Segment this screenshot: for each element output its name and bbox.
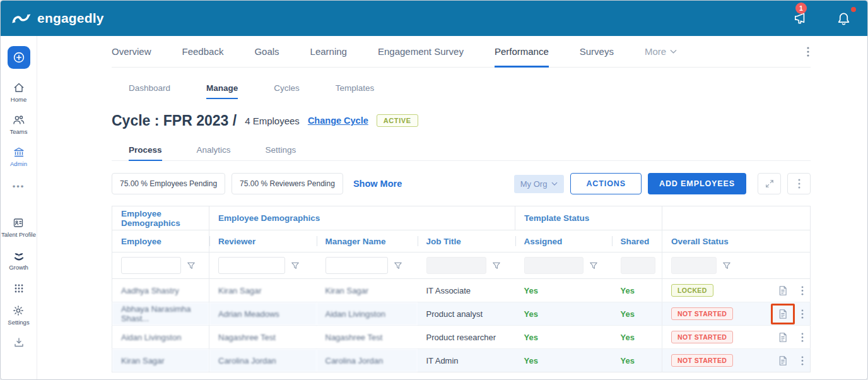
reviewer-name: Kiran Sagar	[209, 279, 317, 302]
job-title-filter-input	[426, 257, 487, 274]
col-employee[interactable]: Employee	[112, 230, 209, 252]
actions-button[interactable]: ACTIONS	[570, 173, 642, 194]
tab-learning[interactable]: Learning	[310, 36, 347, 68]
shared-value: Yes	[612, 326, 662, 349]
sidebar-item-settings[interactable]: Settings	[8, 304, 29, 326]
change-cycle-link[interactable]: Change Cycle	[308, 116, 368, 126]
group-header-row: Employee Demographics Employee Demograph…	[112, 206, 811, 230]
table-row[interactable]: Abhaya Narasimha Shast... Adrian Meadows…	[112, 302, 811, 326]
reviewer-filter-input[interactable]	[218, 257, 285, 274]
plus-circle-icon	[13, 51, 25, 64]
download-tray-icon	[13, 336, 25, 349]
tab-goals[interactable]: Goals	[254, 36, 279, 68]
shared-value: Yes	[612, 349, 662, 372]
expand-table-button[interactable]	[758, 173, 781, 194]
sidebar-more-dots[interactable]: •••	[13, 182, 25, 191]
col-shared[interactable]: Shared	[612, 230, 662, 252]
sidebar-download[interactable]	[13, 336, 25, 349]
tab-analytics[interactable]: Analytics	[197, 140, 231, 161]
primary-navigation: Overview Feedback Goals Learning Engagem…	[112, 36, 811, 68]
home-icon	[13, 81, 25, 94]
manager-name: Nagashree Test	[317, 326, 418, 349]
table-row[interactable]: Kiran Sagar Carolina Jordan Carolina Jor…	[112, 349, 811, 372]
sidebar-item-talent-profile[interactable]: Talent Profile	[1, 217, 36, 239]
bell-icon	[836, 11, 851, 26]
filter-icon[interactable]	[291, 261, 300, 270]
employee-filter-input[interactable]	[121, 257, 181, 274]
view-form-button[interactable]	[771, 280, 795, 301]
sidebar-apps-grid[interactable]	[13, 283, 25, 294]
filter-icon[interactable]	[394, 261, 402, 270]
filter-icon[interactable]	[722, 261, 731, 270]
group-blank	[662, 206, 811, 230]
table-row[interactable]: Aidan Livingston Nagashree Test Nagashre…	[112, 326, 811, 349]
table-toolbar: 75.00 % Employees Pending 75.00 % Review…	[112, 172, 811, 195]
table-row[interactable]: Aadhya Shastry Kiran Sagar Kiran Sagar I…	[112, 279, 811, 302]
org-filter-dropdown[interactable]: My Org	[514, 175, 565, 193]
cycle-tabs: Process Analytics Settings	[112, 140, 811, 161]
table-kebab-menu[interactable]	[787, 173, 811, 194]
tab-engagement-survey[interactable]: Engagement Survey	[378, 36, 464, 68]
growth-plant-hand-icon	[12, 249, 26, 262]
sidebar-item-home[interactable]: Home	[11, 81, 26, 104]
announcements-button[interactable]: 1	[792, 9, 809, 27]
chevron-down-icon	[670, 49, 677, 54]
announcement-count-badge: 1	[795, 3, 807, 14]
subtab-manage[interactable]: Manage	[206, 78, 238, 99]
status-badge: LOCKED	[671, 284, 713, 297]
apps-grid-icon	[13, 283, 25, 294]
tab-process[interactable]: Process	[129, 140, 162, 161]
reviewer-name: Carolina Jordan	[209, 349, 317, 372]
shared-filter-input	[621, 257, 656, 274]
status-badge: NOT STARTED	[671, 307, 733, 320]
sidebar-item-admin[interactable]: Admin	[10, 146, 27, 168]
engagedly-app: engagedly 1	[0, 0, 868, 380]
assigned-value: Yes	[515, 279, 612, 302]
tab-feedback[interactable]: Feedback	[182, 36, 224, 68]
tab-surveys[interactable]: Surveys	[580, 36, 614, 68]
filter-icon[interactable]	[187, 261, 196, 270]
sidebar-item-growth[interactable]: Growth	[9, 249, 28, 271]
performance-subtabs: Dashboard Manage Cycles Templates	[112, 78, 811, 99]
quick-add-button[interactable]	[8, 46, 30, 69]
filter-icon[interactable]	[492, 261, 501, 270]
view-form-button[interactable]	[771, 350, 795, 371]
notification-dot-badge	[851, 7, 856, 12]
subtab-cycles[interactable]: Cycles	[274, 78, 300, 99]
nav-kebab-menu[interactable]	[807, 36, 811, 67]
tab-overview[interactable]: Overview	[112, 36, 151, 68]
toolbar-actions: My Org ACTIONS ADD EMPLOYEES	[514, 173, 811, 194]
left-sidebar: Home Teams Admin •••	[1, 36, 37, 380]
chevron-down-icon	[551, 182, 558, 186]
row-kebab-menu[interactable]	[801, 333, 804, 342]
subtab-dashboard[interactable]: Dashboard	[129, 78, 170, 99]
view-form-button-highlighted[interactable]	[771, 304, 795, 324]
col-manager-name[interactable]: Manager Name	[317, 230, 418, 252]
employee-name: Abhaya Narasimha Shast...	[112, 302, 209, 326]
col-overall-status[interactable]: Overall Status	[662, 230, 754, 252]
col-job-title[interactable]: Job Title	[418, 230, 515, 252]
teams-icon	[12, 114, 25, 126]
row-kebab-menu[interactable]	[801, 286, 804, 295]
show-more-link[interactable]: Show More	[353, 179, 402, 189]
add-employees-button[interactable]: ADD EMPLOYEES	[648, 173, 746, 194]
view-form-button[interactable]	[771, 327, 795, 348]
subtab-templates[interactable]: Templates	[336, 78, 375, 99]
engagedly-logo[interactable]: engagedly	[11, 11, 104, 26]
reviewers-pending-stat[interactable]: 75.00 % Reviewers Pending	[232, 173, 343, 194]
row-kebab-menu[interactable]	[801, 356, 804, 365]
filter-icon[interactable]	[589, 261, 598, 270]
col-reviewer[interactable]: Reviewer	[209, 230, 317, 252]
tab-performance[interactable]: Performance	[495, 36, 549, 68]
manager-filter-input[interactable]	[326, 257, 388, 274]
col-assigned[interactable]: Assigned	[515, 230, 612, 252]
row-kebab-menu[interactable]	[801, 309, 804, 319]
col-actions	[754, 230, 811, 252]
group-template-status: Template Status	[515, 206, 662, 230]
sidebar-item-teams[interactable]: Teams	[10, 114, 28, 136]
employees-pending-stat[interactable]: 75.00 % Employees Pending	[112, 173, 225, 194]
top-bar: engagedly 1	[1, 1, 867, 36]
tab-more[interactable]: More	[645, 36, 677, 68]
notifications-button[interactable]	[835, 9, 852, 27]
tab-settings[interactable]: Settings	[266, 140, 296, 161]
